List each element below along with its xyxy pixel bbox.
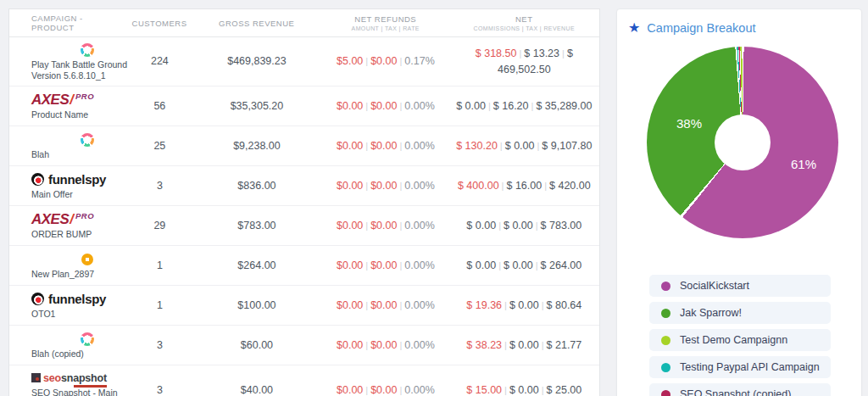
legend-item[interactable]: Testing Paypal API Campaign <box>649 356 831 378</box>
separator: | <box>365 385 368 395</box>
panel-title: Campaign Breakout <box>647 21 755 35</box>
campaign-product-cell: AXES/PRO funnelspy seosnapshot OTO1 <box>9 287 128 324</box>
legend-item-label: Testing Paypal API Campaign <box>680 361 820 373</box>
header-net-refunds: NET REFUNDS AMOUNT | TAX | RATE <box>322 14 449 31</box>
net-refunds-cell: $5.00|$0.00|0.17% <box>322 53 448 70</box>
refund-tax: $0.00 <box>370 140 397 152</box>
legend-color-dot <box>661 336 670 345</box>
campaign-product-cell: AXES/PRO funnelspy seosnapshot SEO Snaps… <box>9 365 128 396</box>
table-row: AXES/PRO funnelspy seosnapshot ORDER BUM… <box>9 206 599 246</box>
refund-amount: $0.00 <box>337 259 363 271</box>
legend-color-dot <box>661 390 670 396</box>
customers-value: 1 <box>128 298 192 314</box>
product-name: Blah <box>31 149 143 160</box>
donut-label-green: 38% <box>676 116 702 131</box>
net-refunds-cell: $0.00|$0.00|0.00% <box>322 178 448 194</box>
seosnapshot-camera-icon <box>31 373 41 382</box>
legend-item[interactable]: SocialKickstart <box>649 275 831 297</box>
campaign-product-cell: AXES/PRO funnelspy seosnapshot Product N… <box>9 87 128 125</box>
funnelspy-logo-text: funnelspy <box>48 292 106 306</box>
separator: | <box>365 340 368 350</box>
legend-item-label: SEO Snapshot (copied) <box>680 388 791 396</box>
net-revenue: $ 25.00 <box>547 384 582 396</box>
net-revenue: $ 21.77 <box>547 339 582 351</box>
separator: | <box>542 300 544 310</box>
header-net-refunds-label: NET REFUNDS <box>322 14 449 24</box>
separator: | <box>502 181 504 191</box>
separator: | <box>399 260 402 271</box>
legend-color-dot <box>661 309 670 318</box>
customers-value: 3 <box>128 382 192 396</box>
gross-revenue-value: $60.00 <box>192 337 322 354</box>
campaign-product-cell: AXES/PRO funnelspy seosnapshot New Plan_… <box>9 247 128 284</box>
campaign-product-cell: AXES/PRO funnelspy seosnapshot Main Offe… <box>9 167 128 204</box>
separator: | <box>536 220 538 231</box>
gross-revenue-value: $35,305.20 <box>192 98 322 114</box>
separator: | <box>399 340 402 350</box>
customers-value: 25 <box>128 138 192 154</box>
net-cell: $ 0.00|$ 0.00|$ 264.00 <box>449 258 599 274</box>
product-name: Product Name <box>31 109 143 120</box>
refund-rate: 0.00% <box>404 220 434 231</box>
refund-amount: $0.00 <box>337 384 363 396</box>
separator: | <box>498 220 501 231</box>
legend-item-label: Test Demo Campaignn <box>680 334 787 346</box>
gross-revenue-value: $264.00 <box>192 258 322 274</box>
net-cell: $ 38.23|$ 0.00|$ 21.77 <box>449 337 599 354</box>
legend-item[interactable]: Test Demo Campaignn <box>649 329 831 351</box>
refund-tax: $0.00 <box>370 220 397 231</box>
separator: | <box>399 300 402 310</box>
refund-amount: $0.00 <box>337 339 363 351</box>
net-tax: $ 0.00 <box>504 259 533 271</box>
refund-rate: 0.00% <box>404 299 434 311</box>
refund-tax: $0.00 <box>370 100 397 112</box>
campaign-product-cell: AXES/PRO funnelspy seosnapshot Blah <box>9 127 128 165</box>
net-commissions: $ 0.00 <box>466 259 496 271</box>
gross-revenue-value: $40.00 <box>192 382 322 396</box>
refund-amount: $0.00 <box>337 140 363 152</box>
legend-item[interactable]: SEO Snapshot (copied) <box>649 383 831 396</box>
refund-rate: 0.17% <box>404 55 434 67</box>
axes-logo-pro: PRO <box>75 212 94 220</box>
refund-amount: $5.00 <box>337 55 363 67</box>
net-commissions: $ 130.20 <box>456 140 498 152</box>
net-tax: $ 0.00 <box>505 140 535 152</box>
customers-value: 29 <box>128 218 192 234</box>
header-net-sublabel: COMMISSIONS | TAX | REVENUE <box>449 25 599 31</box>
refund-tax: $0.00 <box>370 384 397 396</box>
net-commissions: $ 15.00 <box>466 384 502 396</box>
gross-revenue-value: $783.00 <box>192 218 322 234</box>
header-gross-revenue: GROSS REVENUE <box>191 19 322 28</box>
net-revenue: $ 264.00 <box>541 259 582 271</box>
legend-item[interactable]: Jak Sparrow! <box>649 302 831 324</box>
separator: | <box>542 385 544 395</box>
funnelspy-logo-text: funnelspy <box>48 172 106 187</box>
axes-logo-pro: PRO <box>75 92 94 101</box>
header-campaign-product: CAMPAIGN - PRODUCT <box>9 14 128 32</box>
funnelspy-eye-icon <box>31 293 44 305</box>
refund-tax: $0.00 <box>370 259 397 271</box>
separator: | <box>365 181 368 191</box>
customers-value: 3 <box>128 337 192 354</box>
separator: | <box>519 48 521 59</box>
refund-rate: 0.00% <box>404 259 434 271</box>
net-cell: $ 15.00|$ 0.00|$ 25.00 <box>449 382 599 396</box>
separator: | <box>500 141 503 151</box>
net-tax: $ 16.00 <box>506 180 542 192</box>
net-commissions: $ 318.50 <box>476 47 517 59</box>
donut-label-magenta: 61% <box>791 157 816 171</box>
refund-rate: 0.00% <box>404 339 434 351</box>
axes-logo-slash: / <box>70 212 74 226</box>
product-name: New Plan_2897 <box>31 269 143 280</box>
separator: | <box>365 300 368 310</box>
net-commissions: $ 400.00 <box>458 180 499 192</box>
gross-revenue-value: $9,238.00 <box>192 138 322 154</box>
separator: | <box>399 181 402 191</box>
multicolor-ring-logo-icon <box>81 332 94 346</box>
campaign-breakout-donut-chart[interactable]: 38% 61% <box>647 47 838 238</box>
separator: | <box>537 141 539 151</box>
header-customers: CUSTOMERS <box>128 19 192 28</box>
net-refunds-cell: $0.00|$0.00|0.00% <box>322 218 448 234</box>
axes-logo-slash: / <box>70 92 74 107</box>
separator: | <box>504 340 507 350</box>
